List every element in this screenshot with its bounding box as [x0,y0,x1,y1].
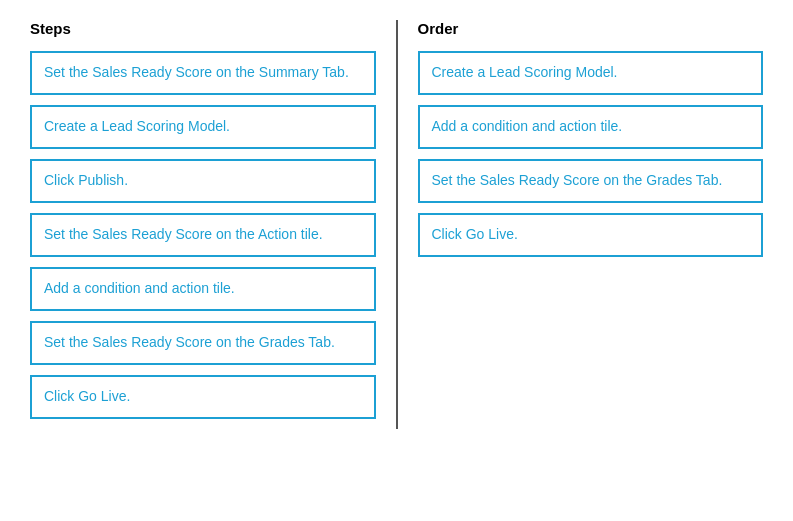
order-card[interactable]: Create a Lead Scoring Model. [418,51,764,95]
order-card[interactable]: Add a condition and action tile. [418,105,764,149]
order-card[interactable]: Set the Sales Ready Score on the Grades … [418,159,764,203]
order-card[interactable]: Click Go Live. [418,213,764,257]
step-card[interactable]: Set the Sales Ready Score on the Grades … [30,321,376,365]
main-container: Steps Set the Sales Ready Score on the S… [20,20,773,429]
step-card[interactable]: Set the Sales Ready Score on the Summary… [30,51,376,95]
steps-list: Set the Sales Ready Score on the Summary… [30,51,376,419]
column-divider [396,20,398,429]
step-card[interactable]: Add a condition and action tile. [30,267,376,311]
steps-column: Steps Set the Sales Ready Score on the S… [20,20,386,429]
order-column: Order Create a Lead Scoring Model.Add a … [408,20,774,429]
step-card[interactable]: Set the Sales Ready Score on the Action … [30,213,376,257]
steps-header: Steps [30,20,376,37]
step-card[interactable]: Click Go Live. [30,375,376,419]
order-list: Create a Lead Scoring Model.Add a condit… [418,51,764,257]
step-card[interactable]: Create a Lead Scoring Model. [30,105,376,149]
order-header: Order [418,20,764,37]
step-card[interactable]: Click Publish. [30,159,376,203]
